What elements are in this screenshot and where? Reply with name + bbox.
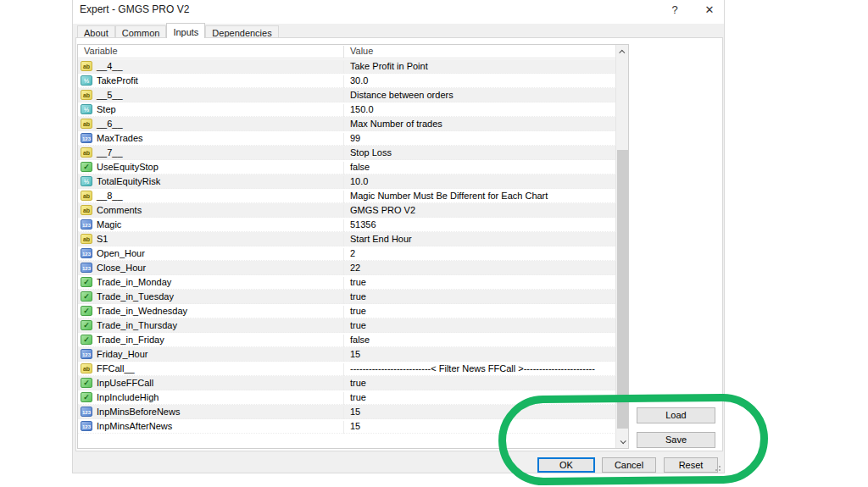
table-row[interactable]: 123 InpMinsBeforeNews 15 [78,405,616,419]
table-row[interactable]: ab Comments GMGS PRO V2 [78,203,616,218]
int-type-icon: 123 [81,263,92,273]
bool-type-icon: ✓ [81,335,92,345]
variable-value[interactable]: Start End Hour [343,234,616,246]
variable-value[interactable]: true [343,392,616,405]
reset-button[interactable]: Reset [664,457,718,473]
variable-value[interactable]: 15 [343,349,616,362]
table-row[interactable]: ✓ InpIncludeHigh true [78,390,616,405]
variable-name: TotalEquityRisk [97,176,160,186]
variable-value[interactable]: true [343,306,616,318]
variable-name: Friday_Hour [97,349,148,359]
variable-value[interactable]: Stop Loss [343,147,616,160]
table-row[interactable]: ✓ Trade_in_Thursday true [78,318,616,333]
table-row[interactable]: ab __7__ Stop Loss [78,146,616,160]
tab-about[interactable]: About [77,25,115,38]
table-row[interactable]: ab __8__ Magic Number Must Be Different … [78,189,616,203]
table-header: Variable Value [78,45,616,58]
variable-value[interactable]: Distance between orders [343,90,616,102]
string-type-icon: ab [81,61,92,71]
table-row[interactable]: ½ Step 150.0 [78,102,616,117]
inputs-table-body: ab __4__ Take Profit in Point ½ TakeProf… [78,59,616,434]
table-row[interactable]: ab FFCall__ --------------------------< … [78,362,616,376]
variable-name: FFCall__ [97,363,135,374]
save-button[interactable]: Save [637,432,715,448]
table-row[interactable]: ✓ Trade_in_Friday false [78,333,616,347]
titlebar: Expert - GMGS PRO V2 ? ✕ [73,0,724,24]
variable-name: Magic [97,219,121,230]
variable-name: Close_Hour [97,263,146,273]
variable-value[interactable]: 10.0 [343,176,616,189]
resize-grip[interactable] [715,465,721,471]
variable-value[interactable]: true [343,378,616,390]
table-row[interactable]: ab S1 Start End Hour [78,232,616,246]
variable-value[interactable]: 30.0 [343,75,616,88]
tab-dependencies[interactable]: Dependencies [205,25,278,38]
variable-value[interactable]: 150.0 [343,104,616,117]
variable-value[interactable]: true [343,320,616,333]
variable-value[interactable]: 99 [343,133,616,146]
table-row[interactable]: ½ TakeProfit 30.0 [78,74,616,88]
variable-name: __8__ [97,191,123,201]
cancel-button[interactable]: Cancel [602,457,656,473]
int-type-icon: 123 [81,421,92,431]
variable-name: S1 [97,234,108,244]
load-button[interactable]: Load [637,407,715,423]
scrollbar-thumb[interactable] [617,150,628,429]
variable-value[interactable]: 51356 [343,219,616,232]
scroll-down-icon[interactable] [616,434,629,448]
variable-value[interactable]: true [343,277,616,290]
variable-name: InpMinsAfterNews [97,421,172,431]
window-title: Expert - GMGS PRO V2 [80,3,189,15]
variable-value[interactable]: Magic Number Must Be Different for Each … [343,191,616,203]
column-header-value: Value [343,46,373,58]
int-type-icon: 123 [81,349,92,359]
table-row[interactable]: 123 MaxTrades 99 [78,131,616,146]
table-row[interactable]: ab __4__ Take Profit in Point [78,59,616,74]
variable-name: Trade_in_Wednesday [97,306,187,316]
variable-value[interactable]: Max Number of trades [343,119,616,131]
variable-value[interactable]: 22 [343,263,616,275]
help-icon[interactable]: ? [662,1,687,19]
bool-type-icon: ✓ [81,291,92,302]
double-type-icon: ½ [81,104,92,114]
table-row[interactable]: 123 Magic 51356 [78,218,616,232]
variable-value[interactable]: 2 [343,248,616,261]
table-row[interactable]: 123 Friday_Hour 15 [78,347,616,362]
variable-value[interactable]: --------------------------< Filter News … [343,363,616,376]
ok-button[interactable]: OK [537,457,595,473]
table-row[interactable]: ✓ Trade_in_Tuesday true [78,290,616,304]
table-row[interactable]: ✓ Trade_in_Wednesday true [78,304,616,318]
table-row[interactable]: ✓ UseEquityStop false [78,160,616,174]
int-type-icon: 123 [81,248,92,258]
table-row[interactable]: ½ TotalEquityRisk 10.0 [78,174,616,189]
variable-value[interactable]: false [343,335,616,347]
variable-value[interactable]: 15 [343,407,616,419]
variable-value[interactable]: Take Profit in Point [343,61,616,74]
variable-name: Trade_in_Thursday [97,320,177,330]
string-type-icon: ab [81,363,92,374]
tab-inputs[interactable]: Inputs [166,23,205,38]
table-row[interactable]: 123 Close_Hour 22 [78,261,616,275]
string-type-icon: ab [81,234,92,244]
scroll-up-icon[interactable] [616,45,629,58]
table-row[interactable]: ab __6__ Max Number of trades [78,117,616,131]
variable-name: __6__ [97,119,123,129]
variable-value[interactable]: 15 [343,421,616,434]
variable-name: Trade_in_Tuesday [97,291,174,302]
table-row[interactable]: 123 InpMinsAfterNews 15 [78,419,616,434]
table-row[interactable]: ab __5__ Distance between orders [78,88,616,102]
variable-value[interactable]: true [343,291,616,304]
variable-value[interactable]: GMGS PRO V2 [343,205,616,218]
int-type-icon: 123 [81,133,92,143]
table-row[interactable]: ✓ InpUseFFCall true [78,376,616,390]
table-row[interactable]: ✓ Trade_in_Monday true [78,275,616,290]
tab-common[interactable]: Common [115,25,167,38]
variable-value[interactable]: false [343,162,616,174]
variable-name: Trade_in_Friday [97,335,164,345]
string-type-icon: ab [81,147,92,158]
vertical-scrollbar[interactable] [615,45,628,448]
inputs-table: Variable Value ab __4__ Take Profit in P… [77,44,629,449]
close-icon[interactable]: ✕ [697,1,722,19]
table-row[interactable]: 123 Open_Hour 2 [78,246,616,261]
string-type-icon: ab [81,205,92,215]
